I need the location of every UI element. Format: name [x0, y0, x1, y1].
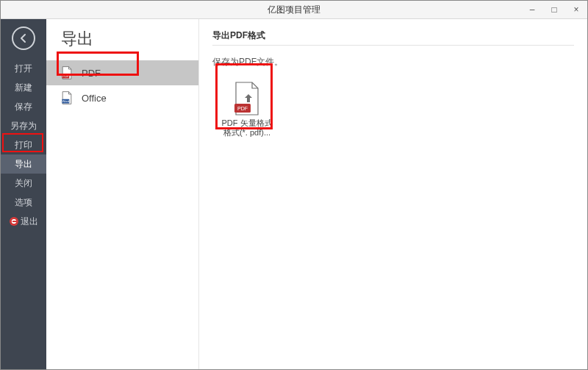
sidebar-label: 关闭 — [15, 177, 32, 190]
sidebar-item-print[interactable]: 打印 — [1, 135, 46, 154]
sidebar-label: 选项 — [15, 196, 32, 209]
svg-text:PDF: PDF — [62, 74, 69, 78]
close-button[interactable]: × — [565, 1, 587, 18]
export-detail-panel: 导出PDF格式 保存为PDF文件。 PDF PDF 矢量格式格式(*. pdf)… — [199, 19, 587, 369]
detail-section-subtitle: 保存为PDF文件。 — [212, 56, 574, 74]
tile-label: PDF 矢量格式格式(*. pdf)... — [221, 118, 273, 138]
content-area: 导出 PDF PDF Word — [46, 19, 587, 369]
maximize-button[interactable]: □ — [543, 1, 565, 18]
sidebar-label: 新建 — [15, 82, 32, 94]
sidebar-label: 打开 — [15, 63, 32, 75]
export-option-office[interactable]: Word Office — [46, 85, 198, 110]
sidebar-item-options[interactable]: 选项 — [1, 193, 46, 212]
back-button[interactable] — [12, 26, 35, 50]
word-icon: Word — [60, 90, 74, 105]
sidebar-item-export[interactable]: 导出 — [1, 154, 46, 174]
export-heading: 导出 — [61, 28, 198, 50]
window-body: 打开 新建 保存 另存为 打印 导出 关闭 选项 退出 导出 P — [1, 19, 587, 369]
export-option-label: Office — [82, 93, 107, 104]
arrow-left-icon — [18, 33, 29, 43]
window-title: 亿图项目管理 — [268, 4, 320, 16]
svg-text:Word: Word — [62, 99, 70, 103]
sidebar-label: 导出 — [15, 158, 32, 171]
sidebar-label: 保存 — [15, 101, 32, 113]
divider — [212, 45, 574, 46]
sidebar-item-open[interactable]: 打开 — [1, 59, 46, 78]
sidebar-item-save-as[interactable]: 另存为 — [1, 116, 46, 135]
sidebar-label: 退出 — [21, 216, 38, 228]
minimize-button[interactable]: – — [521, 1, 543, 18]
detail-section-title: 导出PDF格式 — [212, 29, 574, 42]
pdf-file-icon: PDF — [233, 82, 261, 115]
sidebar: 打开 新建 保存 另存为 打印 导出 关闭 选项 退出 — [1, 19, 46, 369]
export-option-label: PDF — [82, 68, 101, 79]
sidebar-item-close-doc[interactable]: 关闭 — [1, 174, 46, 193]
sidebar-item-save[interactable]: 保存 — [1, 97, 46, 116]
sidebar-label: 打印 — [15, 139, 32, 152]
window-controls: – □ × — [521, 1, 587, 18]
export-format-list: 导出 PDF PDF Word — [46, 19, 199, 369]
title-bar: 亿图项目管理 – □ × — [1, 1, 587, 19]
sidebar-item-new[interactable]: 新建 — [1, 78, 46, 97]
sidebar-label: 另存为 — [10, 120, 37, 132]
pdf-icon: PDF — [60, 65, 74, 80]
sidebar-item-exit[interactable]: 退出 — [1, 212, 46, 231]
export-option-pdf[interactable]: PDF PDF — [46, 60, 198, 85]
app-window: 亿图项目管理 – □ × 打开 新建 保存 另存为 打印 导出 关闭 选项 退出 — [0, 0, 588, 370]
svg-text:PDF: PDF — [237, 106, 248, 111]
export-tile-pdf-vector[interactable]: PDF PDF 矢量格式格式(*. pdf)... — [221, 82, 273, 138]
